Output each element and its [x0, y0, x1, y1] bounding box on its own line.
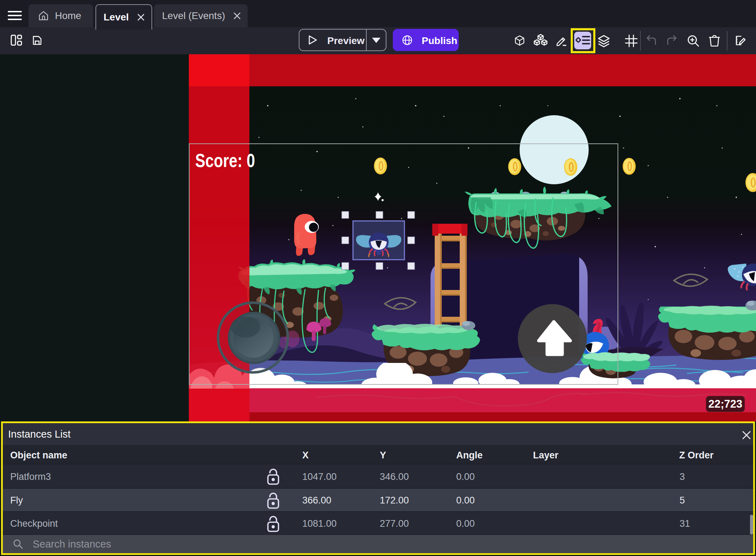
svg-text:22;723: 22;723 — [708, 398, 743, 410]
svg-text:Score: 0: Score: 0 — [195, 150, 255, 171]
